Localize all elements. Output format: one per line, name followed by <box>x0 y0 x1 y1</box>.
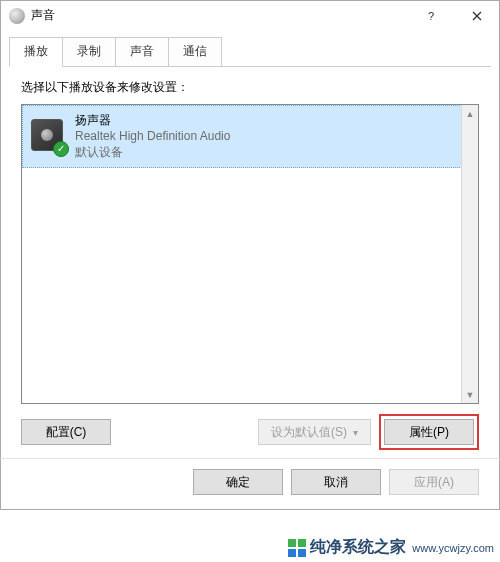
help-button[interactable]: ? <box>409 1 454 30</box>
set-default-button[interactable]: 设为默认值(S) ▾ <box>258 419 371 445</box>
dialog-button-row: 确定 取消 应用(A) <box>0 458 500 510</box>
watermark-url: www.ycwjzy.com <box>412 542 494 554</box>
watermark-logo-icon <box>288 539 306 557</box>
button-label: 确定 <box>226 474 250 491</box>
device-name: 扬声器 <box>75 112 230 128</box>
watermark-brand: 纯净系统之家 <box>310 537 406 558</box>
window-controls: ? <box>409 1 499 30</box>
scroll-up-icon[interactable]: ▲ <box>462 105 478 122</box>
button-label: 配置(C) <box>46 424 87 441</box>
button-label: 取消 <box>324 474 348 491</box>
tab-label: 通信 <box>183 44 207 58</box>
sound-app-icon <box>9 8 25 24</box>
device-driver: Realtek High Definition Audio <box>75 128 230 144</box>
window-title: 声音 <box>31 7 55 24</box>
button-label: 设为默认值(S) <box>271 424 347 441</box>
tab-communications[interactable]: 通信 <box>168 37 222 66</box>
tab-label: 播放 <box>24 44 48 58</box>
tab-recording[interactable]: 录制 <box>62 37 116 66</box>
chevron-down-icon: ▾ <box>353 427 358 438</box>
tab-sounds[interactable]: 声音 <box>115 37 169 66</box>
titlebar: 声音 ? <box>0 0 500 30</box>
properties-button[interactable]: 属性(P) <box>384 419 474 445</box>
tab-content: 选择以下播放设备来修改设置： ✓ 扬声器 Realtek High Defini… <box>0 67 500 458</box>
scrollbar[interactable]: ▲ ▼ <box>461 105 478 403</box>
instruction-text: 选择以下播放设备来修改设置： <box>21 79 479 96</box>
device-status: 默认设备 <box>75 144 230 160</box>
button-label: 应用(A) <box>414 474 454 491</box>
apply-button[interactable]: 应用(A) <box>389 469 479 495</box>
ok-button[interactable]: 确定 <box>193 469 283 495</box>
device-text: 扬声器 Realtek High Definition Audio 默认设备 <box>75 112 230 161</box>
tab-label: 录制 <box>77 44 101 58</box>
button-label: 属性(P) <box>409 424 449 441</box>
close-button[interactable] <box>454 1 499 30</box>
watermark: 纯净系统之家 www.ycwjzy.com <box>288 537 494 558</box>
tab-label: 声音 <box>130 44 154 58</box>
default-check-icon: ✓ <box>53 141 69 157</box>
svg-text:?: ? <box>428 10 434 22</box>
cancel-button[interactable]: 取消 <box>291 469 381 495</box>
highlight-annotation: 属性(P) <box>379 414 479 450</box>
tab-strip: 播放 录制 声音 通信 <box>0 30 500 67</box>
scroll-down-icon[interactable]: ▼ <box>462 386 478 403</box>
configure-button[interactable]: 配置(C) <box>21 419 111 445</box>
device-listbox[interactable]: ✓ 扬声器 Realtek High Definition Audio 默认设备… <box>21 104 479 404</box>
device-item-speakers[interactable]: ✓ 扬声器 Realtek High Definition Audio 默认设备 <box>22 105 478 168</box>
device-icon-wrap: ✓ <box>31 119 65 153</box>
action-row: 配置(C) 设为默认值(S) ▾ 属性(P) <box>21 414 479 450</box>
tab-playback[interactable]: 播放 <box>9 37 63 67</box>
